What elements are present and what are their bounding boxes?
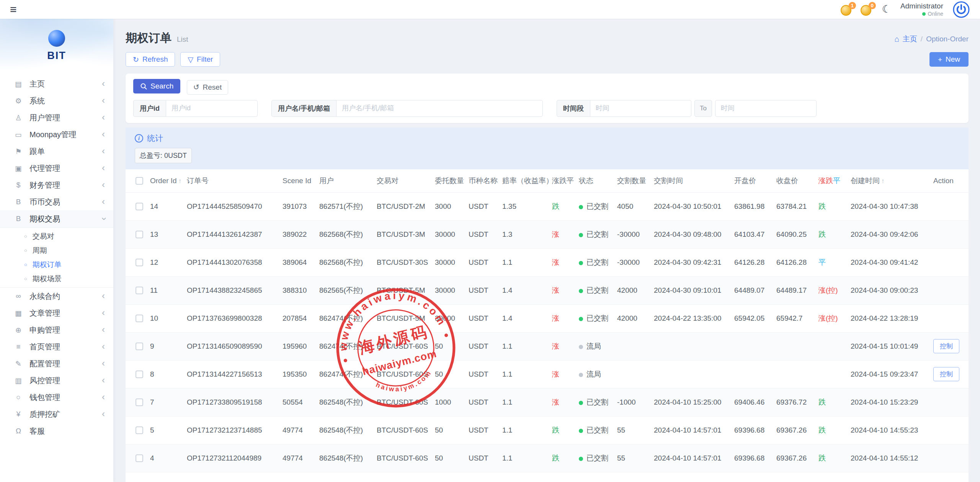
cell-direction: 涨	[549, 220, 576, 248]
user-name-field-label: 用户名/手机/邮箱	[271, 100, 336, 117]
row-checkbox[interactable]	[136, 315, 143, 322]
search-button[interactable]: Search	[133, 79, 180, 93]
filter-button[interactable]: ▽ Filter	[180, 52, 220, 67]
row-checkbox[interactable]	[136, 454, 143, 462]
sort-arrow-icon[interactable]: ↑	[178, 177, 182, 185]
sidebar-item[interactable]: $财务管理‹	[0, 177, 113, 193]
sidebar-item[interactable]: Ω客服	[0, 423, 113, 439]
time-range-field-group: 时间段 To	[557, 100, 817, 117]
row-checkbox[interactable]	[136, 426, 143, 434]
cell-result: 平	[815, 248, 848, 276]
select-all-checkbox[interactable]	[136, 177, 143, 185]
cell-settle_amount	[614, 360, 651, 388]
table-row: 2OP171264486983381815318862474(不控)BTC/US…	[126, 472, 969, 482]
sidebar-item[interactable]: ⚑跟单‹	[0, 143, 113, 160]
sidebar-item[interactable]: ▣代理管理‹	[0, 160, 113, 177]
sidebar-subitem[interactable]: ○期权场景	[0, 272, 113, 286]
cell-created_at: 2024-04-30 09:41:42	[848, 248, 930, 276]
sidebar-item[interactable]: ♙用户管理‹	[0, 109, 113, 126]
sidebar-item[interactable]: ⊕申购管理‹	[0, 321, 113, 338]
row-checkbox[interactable]	[136, 259, 143, 266]
reset-icon: ↺	[193, 84, 199, 91]
sidebar-subitem[interactable]: ○期权订单	[0, 257, 113, 272]
column-header[interactable]: Order Id↑	[147, 169, 184, 193]
reset-button[interactable]: ↺ Reset	[187, 80, 229, 95]
user-status: Online	[900, 11, 943, 18]
column-header-label: Action	[933, 177, 954, 185]
row-checkbox[interactable]	[136, 287, 143, 294]
sidebar-item[interactable]: ∞永续合约‹	[0, 288, 113, 305]
result-value: 跌	[818, 230, 826, 238]
column-header-label: 赔率（收益率）	[502, 177, 553, 185]
column-header-label: 交易对	[377, 177, 399, 185]
screen: ≡ 10 ☾ Administrator Online	[0, 0, 980, 482]
sidebar-item[interactable]: B期权交易‹	[0, 210, 113, 227]
notification-badge[interactable]: 1	[841, 3, 853, 16]
hamburger-menu-icon[interactable]: ≡	[10, 4, 17, 15]
cell-pair: BTC/USDT-60S	[374, 444, 432, 472]
cell-order_id: 12	[147, 248, 184, 276]
column-header: 交易对	[374, 169, 432, 193]
row-checkbox[interactable]	[136, 371, 143, 378]
user-name-input[interactable]	[336, 100, 543, 117]
status-dot-icon	[579, 261, 583, 265]
notification-badge[interactable]: 0	[861, 3, 873, 16]
power-logo-button[interactable]	[952, 1, 970, 18]
chevron-left-icon: ‹	[102, 146, 105, 156]
cell-odds: 1.1	[499, 248, 549, 276]
logo-text: BIT	[47, 50, 66, 62]
sidebar-item[interactable]: ▦文章管理‹	[0, 305, 113, 321]
row-checkbox[interactable]	[136, 343, 143, 350]
cell-pair: BTC/USDT-5M	[374, 276, 432, 304]
sort-arrow-icon[interactable]: ↑	[881, 177, 885, 185]
sidebar-item[interactable]: ≡首页管理‹	[0, 338, 113, 355]
sidebar-item[interactable]: ▥风控管理‹	[0, 372, 113, 389]
dark-mode-moon-icon[interactable]: ☾	[882, 4, 891, 15]
user-id-input[interactable]	[166, 100, 258, 117]
sidebar-item[interactable]: ¥质押挖矿‹	[0, 406, 113, 423]
refresh-button[interactable]: ↻ Refresh	[126, 52, 175, 67]
brand: BIT	[0, 19, 113, 72]
cell-coin: USDT	[466, 360, 499, 388]
column-header[interactable]: 创建时间↑	[848, 169, 930, 193]
row-checkbox[interactable]	[136, 203, 143, 210]
sidebar-item[interactable]: ⚙系统‹	[0, 92, 113, 109]
cell-amount: 50	[432, 444, 466, 472]
time-end-input[interactable]	[715, 100, 817, 117]
sidebar-subitem[interactable]: ○周期	[0, 243, 113, 257]
control-button[interactable]: 控制	[933, 339, 959, 353]
new-label: New	[946, 55, 960, 64]
sidebar-item[interactable]: ○钱包管理‹	[0, 389, 113, 406]
new-button[interactable]: + New	[929, 52, 969, 67]
cell-order_no: OP1712732123714885	[184, 416, 279, 444]
user-menu[interactable]: Administrator Online	[900, 2, 943, 17]
cell-direction: 跌	[549, 444, 576, 472]
cell-result: 跌	[815, 416, 848, 444]
column-header: 委托数量	[432, 169, 466, 193]
cell-user: 862548(不控)	[316, 416, 374, 444]
sidebar-subitem[interactable]: ○交易对	[0, 229, 113, 243]
cell-close_price: 64090.25	[773, 220, 815, 248]
cell-action	[930, 416, 969, 444]
badge-count: 1	[849, 2, 856, 9]
sidebar-item[interactable]: ▭Moonpay管理‹	[0, 126, 113, 143]
result-value: 跌	[818, 202, 826, 210]
wallet-icon: ○	[13, 393, 24, 402]
cell-created_at: 2024-04-30 09:00:23	[848, 276, 930, 304]
time-start-input[interactable]	[590, 100, 691, 117]
sidebar-item[interactable]: B币币交易‹	[0, 193, 113, 210]
sidebar-item-label: 代理管理	[29, 163, 102, 174]
control-button[interactable]: 控制	[933, 367, 959, 381]
row-checkbox[interactable]	[136, 231, 143, 238]
cell-order_id: 8	[147, 360, 184, 388]
row-checkbox[interactable]	[136, 398, 143, 406]
breadcrumb-home-link[interactable]: 主页	[903, 34, 917, 44]
sidebar-item[interactable]: ✎配置管理‹	[0, 355, 113, 372]
time-range-field-label: 时间段	[557, 100, 590, 117]
search-fields: 用户id 用户名/手机/邮箱 时间段 To	[133, 100, 961, 117]
user-name-field-group: 用户名/手机/邮箱	[271, 100, 543, 117]
cell-amount: 30000	[432, 472, 466, 482]
chevron-left-icon: ‹	[102, 163, 105, 172]
sidebar-item[interactable]: ▤主页‹	[0, 75, 113, 92]
search-actions: Search ↺ Reset	[133, 79, 961, 95]
